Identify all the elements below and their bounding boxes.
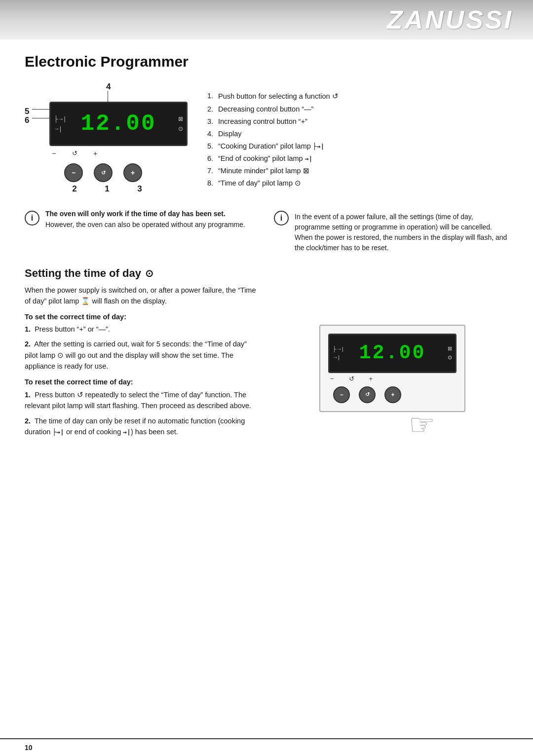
main-content: Electronic Programmer 4 5 6 7 8 ├→| (0, 39, 533, 461)
bottom-labels: 2 1 3 (65, 184, 192, 194)
set-correct-heading: To set the correct time of day: (25, 313, 262, 321)
label-4: 4 (106, 82, 111, 92)
legend-item-2: 2. Decreasing control button “—” (207, 105, 508, 113)
page-footer: 10 (0, 738, 533, 756)
section-heading: Setting the time of day ⊙ (25, 267, 262, 280)
minus-button-container: − (64, 163, 83, 182)
page-title: Electronic Programmer (25, 53, 508, 70)
function-button-container: ↺ (94, 163, 113, 182)
label-2: 2 (65, 184, 84, 194)
hand-pointer-icon: ☞ (409, 407, 435, 442)
small-func-btn: ↺ (359, 386, 376, 403)
small-display-time: 12.00 (359, 342, 425, 364)
small-pilot-right: ⊠ ⊙ (448, 345, 452, 361)
pilot-lamps-right: ⊠ ⊙ (178, 115, 183, 132)
legend-item-5: 5. “Cooking Duration” pilot lamp ├→| (207, 142, 508, 150)
time-icon: ⊙ (145, 267, 153, 279)
info-body-text-left: However, the oven can also be operated w… (45, 220, 245, 230)
reset-step-1: Press button ↺ repeatedly to select the … (25, 389, 262, 412)
info-box-left: i The oven will only work if the time of… (25, 210, 259, 253)
diagram-container: 4 5 6 7 8 ├→| →| 12.00 ⊠ (25, 82, 192, 194)
small-display-unit: ├→| →| 12.00 ⊠ ⊙ (328, 334, 457, 373)
display-unit: ├→| →| 12.00 ⊠ ⊙ (49, 102, 188, 146)
function-button[interactable]: ↺ (94, 163, 113, 182)
info-icon-right: i (274, 211, 289, 226)
set-step-1: Press button “+” or “—”. (25, 324, 262, 335)
info-boxes: i The oven will only work if the time of… (25, 210, 508, 253)
end-cooking-lamp: →| (54, 125, 66, 132)
reset-steps: Press button ↺ repeatedly to select the … (25, 389, 262, 438)
small-button-labels: − ↺ + (330, 375, 457, 382)
time-day-lamp: ⊙ (178, 125, 183, 132)
label-1: 1 (98, 184, 116, 194)
plus-button[interactable]: + (123, 163, 142, 182)
info-text-right: In the event of a power failure, all the… (295, 210, 508, 253)
minus-button[interactable]: − (64, 163, 83, 182)
lower-left: Setting the time of day ⊙ When the power… (25, 267, 262, 442)
info-box-right: i In the event of a power failure, all t… (274, 210, 508, 253)
section-heading-text: Setting the time of day (25, 267, 141, 280)
buttons-row: − ↺ + (64, 163, 192, 182)
brand-logo: ZANUSSI (387, 5, 513, 35)
legend-item-6: 6. “End of cooking” pilot lamp →| (207, 154, 508, 162)
info-body-text-right: In the event of a power failure, all the… (295, 212, 508, 253)
small-buttons-row: − ↺ + (333, 386, 457, 403)
small-plus-btn: + (384, 386, 401, 403)
plus-label: + (93, 149, 98, 157)
legend-item-3: 3. Increasing control button “+” (207, 117, 508, 125)
reset-correct-heading: To reset the correct time of day: (25, 378, 262, 386)
small-minus-btn: − (333, 386, 350, 403)
display-time: 12.00 (80, 111, 156, 137)
page-number: 10 (25, 744, 33, 752)
info-bold-text: The oven will only work if the time of d… (45, 210, 226, 218)
set-step-2: After the setting is carried out, wait f… (25, 339, 262, 372)
section-intro: When the power supply is switched on, or… (25, 285, 262, 307)
info-icon-left: i (25, 211, 39, 226)
diagram-section: 4 5 6 7 8 ├→| →| 12.00 ⊠ (25, 82, 508, 194)
info-text-left: The oven will only work if the time of d… (45, 210, 245, 230)
minute-minder-lamp: ⊠ (178, 115, 183, 122)
lower-section: Setting the time of day ⊙ When the power… (25, 267, 508, 442)
plus-button-container: + (123, 163, 142, 182)
label-6: 6 (25, 115, 29, 125)
func-symbol: ↺ (72, 150, 77, 157)
set-steps: Press button “+” or “—”. After the setti… (25, 324, 262, 372)
label-5: 5 (25, 107, 29, 116)
minus-label: − (52, 149, 56, 157)
legend-item-1: 1. Push button for selecting a function … (207, 92, 508, 101)
pilot-lamps-left: ├→| →| (54, 115, 66, 132)
legend-item-8: 8. “Time of day” pilot lamp ⊙ (207, 179, 508, 187)
cooking-duration-lamp: ├→| (54, 115, 66, 122)
small-pilot-left: ├→| →| (333, 346, 343, 360)
reset-step-2: The time of day can only be reset if no … (25, 416, 262, 438)
legend-item-4: 4. Display (207, 130, 508, 138)
lower-right: ├→| →| 12.00 ⊠ ⊙ − ↺ + (276, 267, 508, 442)
label-3: 3 (130, 184, 149, 194)
legend-list: 1. Push button for selecting a function … (207, 82, 508, 194)
page-header: ZANUSSI (0, 0, 533, 39)
legend-item-7: 7. “Minute minder” pilot lamp ⊠ (207, 167, 508, 175)
